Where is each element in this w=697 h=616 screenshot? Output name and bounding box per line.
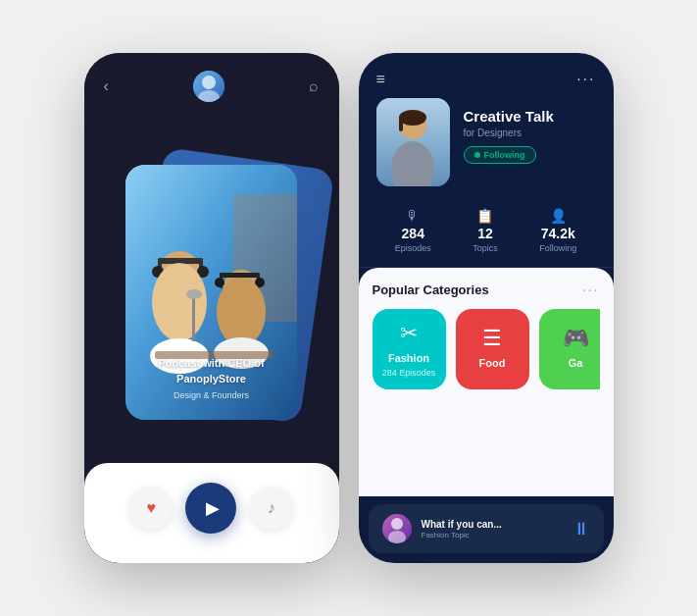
category-food[interactable]: ☰ Food: [456, 309, 529, 389]
back-button[interactable]: ‹: [104, 77, 109, 95]
top-bar-left: ‹ ⌕: [84, 53, 339, 112]
svg-point-20: [217, 278, 266, 346]
profile-photo: [376, 98, 450, 186]
following-count: 74.2k: [541, 226, 575, 241]
player-track-title: What if you can...: [422, 519, 563, 530]
svg-rect-27: [399, 118, 403, 131]
card-title: Podcast with CEO of PanoplyStore: [141, 356, 281, 386]
cards-container: Podcast with CEO of PanoplyStore Design …: [84, 122, 339, 463]
fashion-name: Fashion: [388, 352, 429, 364]
card-subtitle: Design & Founders: [141, 390, 281, 400]
following-badge[interactable]: Following: [464, 146, 536, 164]
top-bar-right: ≡ ···: [359, 53, 614, 98]
profile-image: [376, 98, 450, 186]
heart-icon: ♥: [146, 499, 156, 517]
following-stat-label: Following: [539, 243, 576, 253]
left-phone: ‹ ⌕: [84, 53, 339, 563]
like-button[interactable]: ♥: [129, 487, 173, 530]
categories-more-icon[interactable]: ···: [582, 282, 600, 297]
fashion-icon: ✂: [400, 321, 418, 346]
svg-point-29: [388, 531, 406, 543]
following-label: Following: [484, 150, 525, 160]
play-icon: ▶: [206, 497, 220, 519]
avatar[interactable]: [193, 71, 224, 102]
categories-header: Popular Categories ···: [373, 282, 600, 297]
profile-info: Creative Talk for Designers Following: [464, 98, 596, 164]
gaming-name: Ga: [569, 357, 583, 369]
categories-title: Popular Categories: [373, 282, 489, 297]
topics-label: Topics: [473, 243, 498, 253]
svg-point-0: [202, 76, 216, 89]
fashion-episodes: 284 Episodes: [382, 368, 436, 378]
food-icon: ☰: [482, 326, 502, 351]
category-fashion[interactable]: ✂ Fashion 284 Episodes: [373, 309, 446, 389]
pause-button[interactable]: ⏸: [573, 519, 590, 539]
search-icon[interactable]: ⌕: [309, 77, 319, 95]
hamburger-menu-icon[interactable]: ≡: [376, 71, 385, 88]
stat-episodes: 🎙 284 Episodes: [395, 208, 431, 253]
topics-icon: 📋: [476, 208, 493, 224]
svg-point-18: [215, 278, 224, 287]
svg-point-28: [391, 518, 403, 530]
more-options-icon[interactable]: ···: [576, 71, 595, 88]
episodes-label: Episodes: [395, 243, 431, 253]
svg-point-26: [399, 110, 426, 126]
svg-point-10: [152, 263, 207, 341]
stats-row: 🎙 284 Episodes 📋 12 Topics 👤 74.2k Follo…: [359, 200, 614, 268]
bottom-player[interactable]: What if you can... Fashion Topic ⏸: [369, 504, 604, 553]
following-dot-icon: [474, 152, 480, 158]
profile-subtitle: for Designers: [464, 128, 596, 138]
music-note-icon: ♪: [268, 499, 275, 517]
stat-following: 👤 74.2k Following: [539, 208, 576, 253]
svg-point-13: [186, 289, 202, 299]
player-info: What if you can... Fashion Topic: [422, 519, 563, 539]
player-thumb-image: [382, 514, 412, 543]
gaming-icon: 🎮: [563, 326, 589, 351]
svg-rect-17: [220, 273, 260, 278]
microphone-icon: 🎙: [406, 208, 420, 224]
player-thumbnail: [382, 514, 412, 543]
player-controls: ♥ ▶ ♪: [84, 463, 339, 563]
svg-rect-12: [192, 292, 195, 341]
profile-name: Creative Talk: [464, 108, 596, 126]
episodes-count: 284: [402, 226, 424, 241]
music-button[interactable]: ♪: [250, 487, 293, 530]
avatar-image: [193, 71, 224, 102]
svg-point-1: [198, 90, 220, 102]
topics-count: 12: [477, 226, 493, 241]
categories-section: Popular Categories ··· ✂ Fashion 284 Epi…: [359, 268, 614, 496]
card-image: Podcast with CEO of PanoplyStore Design …: [125, 165, 297, 420]
category-gaming[interactable]: 🎮 Ga: [539, 309, 600, 389]
right-phone: ≡ ···: [359, 53, 614, 563]
play-button[interactable]: ▶: [185, 483, 236, 534]
card-front[interactable]: Podcast with CEO of PanoplyStore Design …: [125, 165, 297, 420]
categories-row: ✂ Fashion 284 Episodes ☰ Food 🎮 Ga: [373, 309, 600, 389]
profile-section: Creative Talk for Designers Following: [359, 98, 614, 200]
card-text: Podcast with CEO of PanoplyStore Design …: [141, 356, 281, 400]
player-track-subtitle: Fashion Topic: [422, 531, 563, 539]
food-name: Food: [479, 357, 506, 369]
stat-topics: 📋 12 Topics: [473, 208, 498, 253]
following-icon: 👤: [550, 208, 567, 224]
